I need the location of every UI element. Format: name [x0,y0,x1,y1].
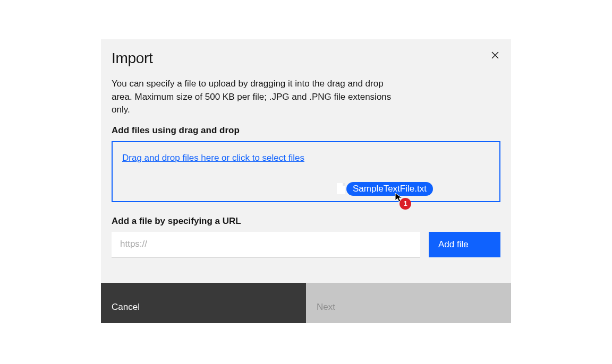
dropzone-link[interactable]: Drag and drop files here or click to sel… [122,153,304,163]
add-file-button[interactable]: Add file [429,232,500,257]
file-dropzone[interactable]: Drag and drop files here or click to sel… [112,141,500,202]
url-label: Add a file by specifying a URL [112,216,500,227]
modal-description: You can specify a file to upload by drag… [112,77,398,117]
cancel-button[interactable]: Cancel [101,283,306,323]
close-button[interactable] [487,47,504,64]
url-input[interactable] [112,232,420,257]
dragging-file-name: SampleTextFile.txt [346,182,433,196]
file-icon [337,183,345,194]
close-icon [491,51,499,59]
url-input-row: Add file [112,232,500,257]
next-button: Next [306,283,511,323]
modal-body: You can specify a file to upload by drag… [101,67,511,283]
modal-footer: Cancel Next [101,283,511,323]
drag-count-badge: 1 [400,198,411,210]
modal-title: Import [112,50,153,67]
import-modal: Import You can specify a file to upload … [101,39,511,323]
dropzone-label: Add files using drag and drop [112,125,500,136]
dragging-file-indicator: SampleTextFile.txt [337,182,433,196]
modal-header: Import [101,39,511,67]
